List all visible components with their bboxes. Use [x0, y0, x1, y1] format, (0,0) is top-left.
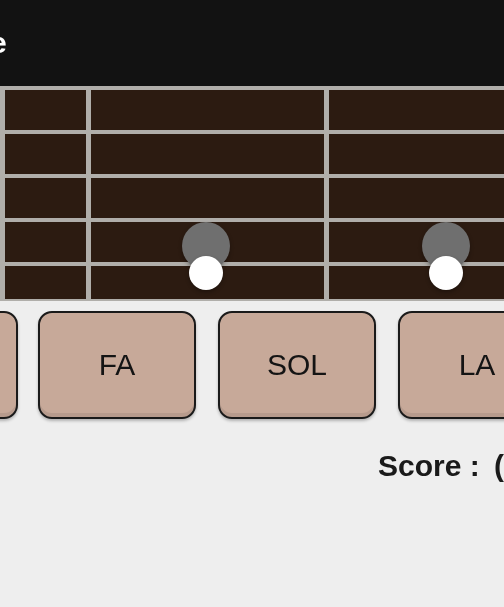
note-button-fa[interactable]: FA — [38, 311, 196, 419]
note-button-la[interactable]: LA — [398, 311, 504, 419]
fretboard — [0, 86, 504, 301]
score-label: Score : — [378, 449, 480, 482]
note-button-label: LA — [459, 348, 496, 382]
note-button-label: SOL — [267, 348, 327, 382]
string-3 — [0, 174, 504, 178]
string-6 — [0, 299, 504, 301]
string-2 — [0, 130, 504, 134]
note-button-sol[interactable]: SOL — [218, 311, 376, 419]
title-bar: e — [0, 0, 504, 86]
fret-3 — [324, 86, 329, 301]
note-indicator-1 — [189, 256, 223, 290]
note-indicator-2 — [429, 256, 463, 290]
fret-2 — [86, 86, 91, 301]
score-value: ( — [494, 449, 504, 483]
fret-1 — [0, 86, 5, 301]
app-title: e — [0, 26, 7, 60]
string-1 — [0, 86, 504, 90]
note-button-row: FASOLLA — [0, 311, 504, 421]
note-button-label: FA — [99, 348, 136, 382]
note-button-prev[interactable] — [0, 311, 18, 419]
score-row: Score : ( — [0, 449, 504, 483]
string-4 — [0, 218, 504, 222]
